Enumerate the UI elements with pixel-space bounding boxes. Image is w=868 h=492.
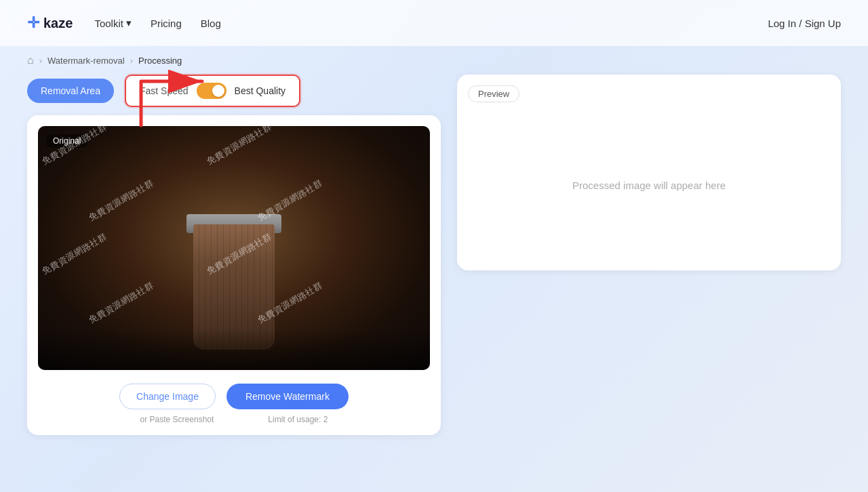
removal-area-button[interactable]: Removal Area	[27, 79, 114, 103]
toggle-thumb	[212, 85, 224, 97]
preview-badge: Preview	[468, 85, 519, 102]
toolbar: Removal Area Fast Speed Best Quality	[27, 75, 441, 107]
original-badge: Original	[46, 134, 87, 148]
toggle-track	[197, 83, 226, 99]
breadcrumb-sep-2: ›	[130, 56, 133, 66]
navbar: ✛ kaze Toolkit ▾ Pricing Blog Log In / S…	[0, 0, 868, 46]
remove-watermark-sub: Limit of usage: 2	[268, 415, 328, 424]
chevron-down-icon: ▾	[126, 17, 132, 29]
breadcrumb-sep-1: ›	[39, 56, 42, 66]
blog-nav-item[interactable]: Blog	[201, 18, 221, 29]
preview-card: Preview Processed image will appear here	[457, 75, 841, 270]
best-quality-label: Best Quality	[235, 85, 285, 96]
watermark-7: 免費資源網路社群	[87, 279, 157, 327]
image-card: Original 免費資源網路社群 免費資源網路社群 免費資源網路	[27, 115, 441, 435]
sub-labels: or Paste Screenshot Limit of usage: 2	[38, 415, 430, 424]
action-row: Change Image Remove Watermark	[38, 384, 430, 409]
remove-watermark-button[interactable]: Remove Watermark	[226, 384, 349, 409]
left-panel: Removal Area Fast Speed Best Quality	[27, 75, 441, 435]
toolkit-nav-item[interactable]: Toolkit ▾	[94, 17, 132, 29]
home-icon[interactable]: ⌂	[27, 54, 34, 66]
change-image-sub: or Paste Screenshot	[140, 415, 214, 424]
quality-toggle[interactable]	[197, 83, 226, 99]
watermark-5: 免費資源網路社群	[40, 230, 110, 278]
coffee-cup	[186, 214, 281, 350]
nav-links: Toolkit ▾ Pricing Blog	[94, 17, 220, 29]
change-image-button[interactable]: Change Image	[119, 384, 216, 409]
watermark-2: 免費資源網路社群	[204, 126, 274, 168]
breadcrumb: ⌂ › Watermark-removal › Processing	[0, 46, 868, 75]
nav-left: ✛ kaze Toolkit ▾ Pricing Blog	[27, 14, 221, 32]
pricing-nav-item[interactable]: Pricing	[151, 18, 182, 29]
right-panel: Preview Processed image will appear here	[457, 75, 841, 270]
logo: ✛ kaze	[27, 14, 73, 32]
cup-body	[193, 224, 275, 350]
toolkit-label: Toolkit	[94, 18, 123, 29]
watermark-3: 免費資源網路社群	[87, 177, 157, 224]
breadcrumb-current: Processing	[138, 56, 182, 66]
speed-toggle-container: Fast Speed Best Quality	[125, 75, 300, 107]
breadcrumb-watermark-removal[interactable]: Watermark-removal	[47, 56, 125, 66]
auth-button[interactable]: Log In / Sign Up	[768, 18, 841, 29]
fast-speed-label: Fast Speed	[140, 85, 189, 96]
image-wrapper: Original 免費資源網路社群 免費資源網路社群 免費資源網路	[38, 126, 430, 370]
logo-icon: ✛	[27, 14, 39, 32]
coffee-image: 免費資源網路社群 免費資源網路社群 免費資源網路社群 免費資源網路社群 免費資源…	[38, 126, 430, 370]
logo-text: kaze	[43, 16, 73, 31]
main-content: Removal Area Fast Speed Best Quality	[0, 75, 868, 435]
preview-empty-text: Processed image will appear here	[468, 110, 830, 260]
